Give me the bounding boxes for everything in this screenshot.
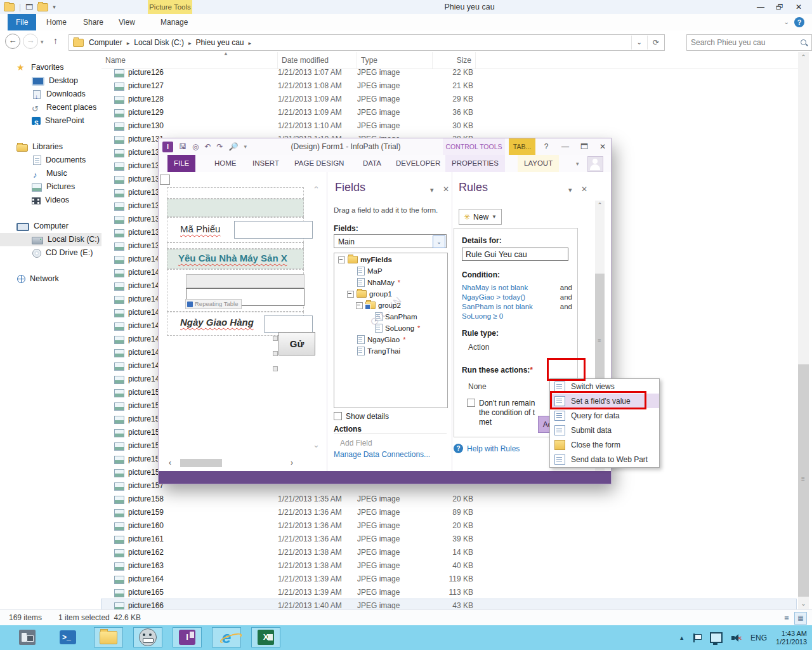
- qat-new-folder-icon[interactable]: [37, 3, 48, 11]
- dont-run-checkbox[interactable]: Don't run remainthe condition of tmet: [467, 399, 535, 427]
- table-row[interactable]: picture1271/21/2013 1:08 AMJPEG image21 …: [102, 79, 796, 93]
- sidebar-item-cd-drive-e-[interactable]: CD Drive (E:): [0, 246, 102, 260]
- tree-node-map[interactable]: MaP: [334, 266, 447, 276]
- forward-button[interactable]: →: [23, 34, 38, 49]
- sidebar-item-videos[interactable]: Videos: [0, 194, 102, 207]
- explorer-tab-file[interactable]: File: [8, 14, 36, 30]
- table-row[interactable]: picture1601/21/2013 1:36 AMJPEG image20 …: [102, 519, 796, 533]
- taskbar-server-manager[interactable]: [13, 627, 42, 647]
- collapse-expander-icon[interactable]: [338, 256, 345, 263]
- sidebar-section-libraries[interactable]: Libraries: [0, 140, 102, 154]
- table-row[interactable]: picture1261/21/2013 1:07 AMJPEG image22 …: [102, 66, 796, 79]
- new-rule-button[interactable]: ✳ New ▼: [459, 209, 502, 225]
- submit-button[interactable]: Gử: [278, 332, 315, 355]
- volume-muted-icon[interactable]: ✕: [731, 633, 742, 642]
- scroll-left-icon[interactable]: ‹: [169, 458, 171, 467]
- infopath-close-button[interactable]: ✕: [594, 138, 611, 155]
- qat-more-icon[interactable]: ▾: [244, 142, 247, 152]
- menu-item-send-web-part[interactable]: Send data to Web Part: [550, 452, 659, 467]
- recent-locations-chevron[interactable]: ▾: [41, 39, 44, 45]
- selection-handle[interactable]: [273, 336, 278, 341]
- taskbar-excel[interactable]: X: [251, 627, 280, 647]
- infopath-tab-insert[interactable]: INSERT: [246, 155, 285, 172]
- sidebar-item-sharepoint[interactable]: SharePoint: [0, 114, 102, 128]
- infopath-help-button[interactable]: ?: [538, 138, 554, 155]
- infopath-tab-home[interactable]: HOME: [208, 155, 243, 172]
- repeating-table-tag[interactable]: Repeating Table: [185, 299, 242, 309]
- form-design-canvas[interactable]: Mã Phiếu Yêu Cầu Nhà Máy Sản X Repeating…: [159, 172, 327, 471]
- table-row[interactable]: picture1651/21/2013 1:39 AMJPEG image113…: [102, 586, 796, 599]
- breadcrumb-item[interactable]: Local Disk (C:): [131, 38, 187, 47]
- h-scrollbar-thumb[interactable]: [180, 459, 222, 467]
- sidebar-item-music[interactable]: Music: [0, 167, 102, 180]
- table-row[interactable]: picture1591/21/2013 1:36 AMJPEG image89 …: [102, 506, 796, 519]
- condition-item[interactable]: NhaMay is not blankand: [454, 283, 579, 293]
- data-source-dropdown[interactable]: Main ⌄: [334, 234, 447, 248]
- collapse-expander-icon[interactable]: [347, 291, 354, 298]
- thumbnail-view-button[interactable]: ▦: [794, 612, 807, 625]
- infopath-tab-layout[interactable]: LAYOUT: [518, 155, 559, 172]
- form-spacer-row[interactable]: [167, 242, 304, 249]
- menu-item-submit-data[interactable]: Submit data: [550, 423, 659, 437]
- qat-properties-icon[interactable]: 🗔: [25, 1, 33, 13]
- sidebar-item-desktop[interactable]: Desktop: [0, 74, 102, 88]
- menu-item-query-for-data[interactable]: Query for data: [550, 408, 659, 423]
- table-row[interactable]: picture1631/21/2013 1:38 AMJPEG image40 …: [102, 559, 796, 573]
- search-icon[interactable]: [800, 39, 808, 46]
- taskbar-internet-explorer[interactable]: e: [212, 627, 241, 647]
- sidebar-item-local-disk-c-[interactable]: Local Disk (C:): [0, 233, 102, 246]
- explorer-vertical-scrollbar[interactable]: ⌃ ⌄: [798, 52, 809, 609]
- table-row[interactable]: picture1641/21/2013 1:39 AMJPEG image119…: [102, 573, 796, 586]
- checkbox-icon[interactable]: [467, 399, 475, 407]
- form-empty-row[interactable]: [167, 187, 304, 199]
- maphieu-input[interactable]: [234, 221, 313, 239]
- user-avatar[interactable]: [587, 156, 603, 172]
- back-button[interactable]: ←: [5, 34, 20, 49]
- tree-node-trangthai[interactable]: TrangThai: [334, 346, 447, 356]
- qat-customize-icon[interactable]: ▾: [53, 1, 56, 13]
- fields-tree[interactable]: myFieldsMaPNhaMay*group1group2SanPhamSoL…: [334, 253, 448, 408]
- infopath-quick-access-toolbar[interactable]: I 🖫 ◎ ↶ ↷ 🔎 ▾: [162, 141, 247, 152]
- canvas-scroll-up-icon[interactable]: ⌃: [313, 185, 320, 194]
- redo-icon[interactable]: ↷: [217, 142, 223, 152]
- close-button[interactable]: ✕: [789, 0, 808, 14]
- contextual-tab-highlight[interactable]: TAB...: [509, 138, 535, 155]
- repeating-table-header[interactable]: [186, 274, 304, 288]
- rules-panel-close-icon[interactable]: ✕: [581, 185, 587, 194]
- address-dropdown-chevron[interactable]: ⌄: [631, 36, 647, 50]
- canvas-scroll-down-icon[interactable]: ⌄: [313, 440, 320, 449]
- condition-item[interactable]: NgayGiao > today()and: [454, 293, 579, 302]
- canvas-corner-handle[interactable]: [160, 175, 170, 185]
- show-hidden-icons-chevron[interactable]: ▲: [679, 635, 684, 641]
- fields-panel-menu-chevron[interactable]: ▾: [430, 186, 434, 194]
- infopath-tab-data[interactable]: DATA: [357, 155, 388, 172]
- ribbon-options-chevron[interactable]: ▾: [576, 161, 579, 167]
- sidebar-item-recent-places[interactable]: Recent places: [0, 101, 102, 114]
- sidebar-section-favorites[interactable]: Favorites: [0, 61, 102, 74]
- table-row[interactable]: picture1621/21/2013 1:38 AMJPEG image14 …: [102, 546, 796, 559]
- up-button[interactable]: ↑: [53, 36, 58, 46]
- checkbox-icon[interactable]: [334, 412, 342, 420]
- infopath-tab-properties[interactable]: PROPERTIES: [445, 155, 505, 172]
- taskbar-character-app[interactable]: [133, 627, 162, 647]
- preview-icon[interactable]: ◎: [192, 142, 199, 152]
- explorer-tab-view[interactable]: View: [110, 14, 143, 30]
- infopath-tab-developer[interactable]: DEVELOPER: [390, 155, 447, 172]
- action-center-flag-icon[interactable]: [693, 633, 701, 642]
- table-row[interactable]: picture1581/21/2013 1:35 AMJPEG image20 …: [102, 493, 796, 506]
- selection-handle[interactable]: [273, 351, 278, 356]
- menu-item-close-form[interactable]: Close the form: [550, 437, 659, 452]
- ngaygiao-input[interactable]: [264, 315, 313, 333]
- tree-node-nhamay[interactable]: NhaMay*: [334, 277, 447, 288]
- search-input[interactable]: Search Phieu yeu cau: [686, 34, 812, 51]
- minimize-button[interactable]: —: [751, 0, 770, 14]
- sidebar-item-downloads[interactable]: Downloads: [0, 88, 102, 101]
- explorer-tab-home[interactable]: Home: [38, 14, 75, 30]
- fields-panel-close-icon[interactable]: ✕: [443, 185, 449, 194]
- scroll-down-icon[interactable]: ⌄: [798, 599, 809, 609]
- breadcrumb-item[interactable]: Computer: [86, 38, 125, 47]
- sidebar-section-network[interactable]: Network: [0, 272, 102, 286]
- breadcrumb-item[interactable]: Phieu yeu cau: [193, 38, 246, 47]
- tree-node-group1[interactable]: group1: [334, 289, 447, 299]
- network-icon[interactable]: [710, 632, 723, 643]
